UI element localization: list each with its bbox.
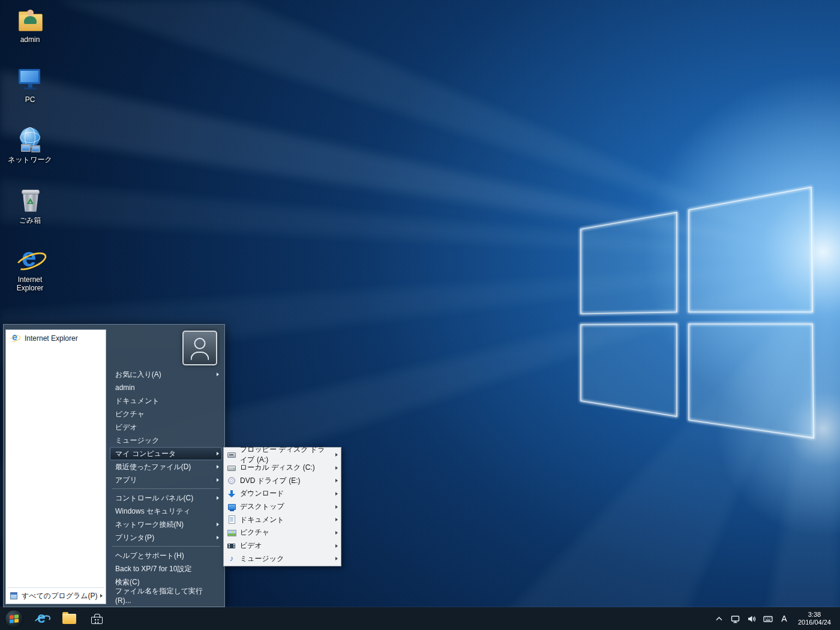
submenu-item-local-disk-c[interactable]: ローカル ディスク (C:)	[224, 461, 340, 475]
desktop-icon-label: Internet Explorer	[6, 275, 54, 292]
user-avatar[interactable]	[182, 331, 217, 365]
start-menu-item-apps[interactable]: アプリ	[110, 473, 222, 487]
separator	[110, 487, 222, 491]
menu-item-label: ミュージック	[240, 554, 284, 564]
ie-icon: e	[34, 611, 49, 626]
start-menu-item-admin[interactable]: admin	[110, 381, 222, 394]
start-menu-item-list: お気に入り(A) admin ドキュメント ピクチャ ビデオ ミュージック	[110, 368, 222, 602]
menu-item-label: ミュージック	[115, 436, 159, 446]
menu-item-label: admin	[115, 383, 135, 392]
start-menu-item-run[interactable]: ファイル名を指定して実行(R)...	[110, 589, 222, 602]
start-menu-item-back-to-xp7-settings[interactable]: Back to XP/7 for 10設定	[110, 562, 222, 575]
music-note-icon: ♪	[227, 554, 236, 563]
submenu-item-documents[interactable]: ドキュメント	[224, 513, 340, 526]
start-menu-item-documents[interactable]: ドキュメント	[110, 394, 222, 407]
submenu-arrow-icon	[217, 496, 219, 500]
menu-item-label: ファイル名を指定して実行(R)...	[115, 586, 212, 605]
desktop-monitor-icon	[227, 502, 236, 512]
avatar-head-shape	[194, 338, 206, 349]
desktop-icon-pc[interactable]: PC	[6, 66, 54, 104]
start-menu-item-internet-explorer[interactable]: e Internet Explorer	[6, 330, 106, 347]
avatar-body-shape	[191, 352, 209, 360]
submenu-item-videos[interactable]: ビデオ	[224, 539, 340, 553]
start-menu-item-control-panel[interactable]: コントロール パネル(C)	[110, 491, 222, 505]
start-menu-right-panel: お気に入り(A) admin ドキュメント ピクチャ ビデオ ミュージック	[106, 325, 224, 607]
taskbar-store-button[interactable]	[83, 607, 110, 630]
start-menu-item-help-support[interactable]: ヘルプとサポート(H)	[110, 549, 222, 562]
computer-icon	[16, 66, 44, 94]
dvd-drive-icon	[227, 476, 236, 485]
separator	[110, 545, 222, 548]
tray-chevron-up-icon[interactable]	[712, 607, 727, 630]
my-computer-submenu: フロッピー ディスク ドライブ (A:) ローカル ディスク (C:) DVD …	[223, 447, 341, 566]
menu-item-label: Internet Explorer	[25, 334, 78, 343]
clock[interactable]: 3:38 2016/04/24	[793, 607, 836, 630]
taskbar: e	[0, 607, 840, 630]
menu-item-label: Back to XP/7 for 10設定	[115, 564, 191, 574]
desktop-icon-network[interactable]: ネットワーク	[6, 126, 54, 164]
submenu-arrow-icon	[217, 523, 219, 526]
user-folder-icon	[16, 6, 44, 34]
floppy-drive-icon	[227, 450, 236, 460]
tray-volume-icon[interactable]	[744, 607, 760, 630]
start-menu: e Internet Explorer すべてのプログラム(P) お気に入り(A…	[3, 324, 225, 607]
windows-flag-icon	[10, 614, 19, 623]
internet-explorer-icon: e	[10, 333, 20, 344]
folder-icon	[62, 614, 76, 624]
desktop-icon-internet-explorer[interactable]: e Internet Explorer	[6, 246, 54, 292]
submenu-arrow-icon	[335, 479, 338, 482]
taskbar-file-explorer-button[interactable]	[55, 607, 83, 630]
local-disk-icon	[227, 463, 236, 473]
all-programs-icon	[10, 592, 18, 600]
desktop-icon-label: admin	[20, 35, 40, 44]
start-menu-item-music[interactable]: ミュージック	[110, 434, 222, 447]
picture-icon	[227, 528, 236, 538]
menu-item-label: ピクチャ	[240, 527, 269, 538]
submenu-item-music[interactable]: ♪ ミュージック	[224, 553, 340, 566]
system-tray: A 3:38 2016/04/24	[712, 607, 840, 630]
submenu-item-desktop[interactable]: デスクトップ	[224, 500, 340, 514]
desktop-icon-recycle-bin[interactable]: ごみ箱	[6, 187, 54, 224]
submenu-arrow-icon	[335, 492, 338, 496]
submenu-item-floppy-drive-a[interactable]: フロッピー ディスク ドライブ (A:)	[224, 448, 340, 461]
menu-item-label: ダウンロード	[240, 488, 284, 499]
internet-explorer-icon: e	[16, 246, 44, 274]
tray-keyboard-icon[interactable]	[760, 607, 776, 630]
menu-item-label: ローカル ディスク (C:)	[240, 463, 315, 473]
submenu-item-pictures[interactable]: ピクチャ	[224, 526, 340, 539]
menu-item-label: ドキュメント	[115, 396, 160, 406]
taskbar-app-buttons: e	[0, 607, 110, 630]
desktop-icon-label: ごみ箱	[19, 216, 41, 224]
menu-item-label: ピクチャ	[115, 409, 145, 419]
desktop-icon-admin[interactable]: admin	[6, 6, 54, 44]
menu-item-label: コントロール パネル(C)	[115, 493, 193, 503]
menu-item-label: ビデオ	[240, 541, 262, 551]
submenu-item-downloads[interactable]: ダウンロード	[224, 487, 340, 500]
taskbar-internet-explorer-button[interactable]: e	[28, 607, 55, 630]
start-menu-item-windows-security[interactable]: Windows セキュリティ	[110, 505, 222, 518]
menu-item-label: アプリ	[115, 475, 137, 485]
start-menu-item-favorites[interactable]: お気に入り(A)	[110, 368, 222, 381]
tray-network-icon[interactable]	[728, 607, 743, 630]
ime-mode-indicator[interactable]: A	[776, 607, 792, 630]
submenu-arrow-icon	[335, 518, 338, 521]
all-programs-button[interactable]: すべてのプログラム(P)	[6, 588, 106, 604]
start-button[interactable]	[0, 607, 28, 630]
start-menu-item-videos[interactable]: ビデオ	[110, 421, 222, 434]
submenu-arrow-icon	[335, 531, 338, 535]
submenu-arrow-icon	[335, 453, 338, 457]
start-menu-item-printers[interactable]: プリンタ(P)	[110, 531, 222, 544]
menu-item-label: ヘルプとサポート(H)	[115, 551, 184, 561]
start-menu-item-recent-files[interactable]: 最近使ったファイル(D)	[110, 460, 222, 473]
menu-item-label: ビデオ	[115, 422, 137, 433]
start-menu-item-pictures[interactable]: ピクチャ	[110, 407, 222, 421]
submenu-arrow-icon	[335, 466, 338, 470]
store-bag-icon	[91, 614, 103, 624]
menu-item-label: 最近使ったファイル(D)	[115, 462, 191, 472]
download-icon	[227, 489, 236, 499]
start-menu-item-network-connections[interactable]: ネットワーク接続(N)	[110, 518, 222, 531]
start-menu-item-my-computer[interactable]: マイ コンピュータ	[110, 447, 222, 460]
submenu-arrow-icon	[100, 594, 103, 598]
desktop-icon-label: ネットワーク	[8, 155, 52, 164]
submenu-item-dvd-drive-e[interactable]: DVD ドライブ (E:)	[224, 474, 340, 487]
